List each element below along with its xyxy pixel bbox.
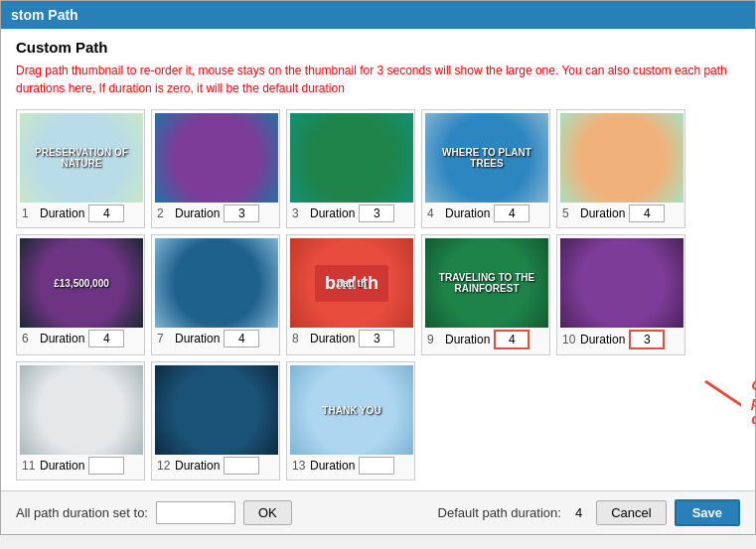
thumb-index-3: 3 (292, 206, 306, 220)
thumb-index-9: 9 (427, 333, 441, 346)
thumbnail-item-1[interactable]: PRESERVATION OF NATURE1Duration (16, 109, 145, 228)
thumbnail-item-9[interactable]: TRAVELING TO THE RAINFOREST9Duration (421, 234, 550, 355)
set-label: All path duration set to: (16, 505, 148, 520)
thumbnail-image-3 (290, 113, 413, 203)
thumbnail-grid: PRESERVATION OF NATURE1Duration2Duration… (16, 109, 740, 228)
thumb-index-5: 5 (562, 206, 576, 220)
thumb-index-6: 6 (22, 332, 36, 345)
thumbnail-image-7 (155, 238, 278, 328)
duration-label-8: Duration (310, 332, 355, 345)
thumb-index-1: 1 (22, 206, 36, 220)
red-arrow-icon (695, 371, 741, 431)
duration-input-5[interactable] (629, 205, 665, 222)
duration-input-12[interactable] (224, 457, 259, 475)
thumbnail-image-9: TRAVELING TO THE RAINFOREST (425, 238, 548, 328)
thumbnail-item-7[interactable]: 7Duration (151, 234, 280, 355)
thumbnail-image-10 (560, 238, 683, 328)
duration-label-6: Duration (40, 332, 84, 345)
thumb-index-2: 2 (157, 206, 171, 220)
thumb-index-7: 7 (157, 332, 171, 345)
thumbnail-item-5[interactable]: 5Duration (556, 109, 685, 228)
thumb-index-8: 8 (292, 332, 306, 345)
default-value: 4 (575, 505, 582, 520)
thumb-index-10: 10 (562, 333, 576, 346)
thumb-index-13: 13 (292, 459, 306, 473)
default-label: Default path duration: (438, 505, 561, 520)
thumbnail-image-2 (155, 113, 278, 203)
thumbnail-item-11[interactable]: 11Duration (16, 361, 145, 480)
thumbnail-grid-row2: £13,500,0006Duration7Durationbad thbad t… (16, 234, 740, 355)
duration-label-4: Duration (445, 206, 490, 220)
thumbnail-image-13: THANK YOU (290, 365, 413, 455)
duration-input-1[interactable] (88, 205, 124, 222)
thumbnail-item-8[interactable]: bad thbad th8Duration (286, 234, 415, 355)
content: Custom Path Drag path thumbnail to re-or… (1, 29, 755, 490)
duration-label-11: Duration (40, 459, 84, 473)
duration-label-3: Duration (310, 206, 355, 220)
titlebar: stom Path (1, 1, 755, 29)
duration-input-10[interactable] (629, 330, 665, 349)
thumbnail-image-12 (155, 365, 278, 455)
duration-label-2: Duration (175, 206, 220, 220)
duration-input-11[interactable] (88, 457, 124, 475)
duration-label-10: Duration (580, 333, 625, 346)
thumbnail-image-5 (560, 113, 683, 203)
instruction: Drag path thumbnail to re-order it, mous… (16, 62, 740, 97)
duration-input-3[interactable] (359, 205, 394, 222)
ok-button[interactable]: OK (243, 500, 292, 525)
duration-label-9: Duration (445, 333, 490, 346)
thumb-index-11: 11 (22, 459, 36, 473)
duration-input-7[interactable] (224, 330, 259, 347)
window-title: stom Path (11, 7, 78, 23)
thumbnail-grid-row3: 11Duration12DurationTHANK YOU13Duration (16, 361, 685, 480)
duration-input-6[interactable] (88, 330, 124, 347)
thumb-index-4: 4 (427, 206, 441, 220)
thumbnail-item-13[interactable]: THANK YOU13Duration (286, 361, 415, 480)
thumbnail-image-11 (20, 365, 143, 455)
footer: All path duration set to: OK Default pat… (1, 490, 755, 534)
duration-label-7: Duration (175, 332, 220, 345)
thumb-index-12: 12 (157, 459, 171, 473)
duration-input-2[interactable] (224, 205, 259, 222)
page-title: Custom Path (16, 39, 740, 56)
thumbnail-image-1: PRESERVATION OF NATURE (20, 113, 143, 203)
set-duration-input[interactable] (156, 501, 235, 524)
duration-input-8[interactable] (359, 330, 394, 347)
thumbnail-item-2[interactable]: 2Duration (151, 109, 280, 228)
thumbnail-item-3[interactable]: 3Duration (286, 109, 415, 228)
thumbnail-image-6: £13,500,000 (20, 238, 143, 328)
duration-input-4[interactable] (494, 205, 529, 222)
svg-line-1 (705, 381, 741, 421)
thumbnail-item-4[interactable]: WHERE TO PLANT TREES4Duration (421, 109, 550, 228)
duration-label-5: Duration (580, 206, 625, 220)
window: stom Path Custom Path Drag path thumbnai… (0, 0, 756, 535)
duration-label-12: Duration (175, 459, 220, 473)
thumbnail-item-12[interactable]: 12Duration (151, 361, 280, 480)
cancel-button[interactable]: Cancel (596, 500, 666, 525)
thumbnail-item-10[interactable]: 10Duration (556, 234, 685, 355)
custom-duration-note: Custom each path's duration. (751, 376, 756, 427)
thumbnail-image-4: WHERE TO PLANT TREES (425, 113, 548, 203)
thumbnail-image-8: bad thbad th (290, 238, 413, 328)
duration-label-1: Duration (40, 206, 84, 220)
duration-input-13[interactable] (359, 457, 394, 475)
thumbnail-item-6[interactable]: £13,500,0006Duration (16, 234, 145, 355)
instruction-red: If duration is zero, it will be the defa… (98, 81, 344, 95)
duration-label-13: Duration (310, 459, 355, 473)
duration-input-9[interactable] (494, 330, 529, 349)
save-button[interactable]: Save (675, 499, 740, 526)
